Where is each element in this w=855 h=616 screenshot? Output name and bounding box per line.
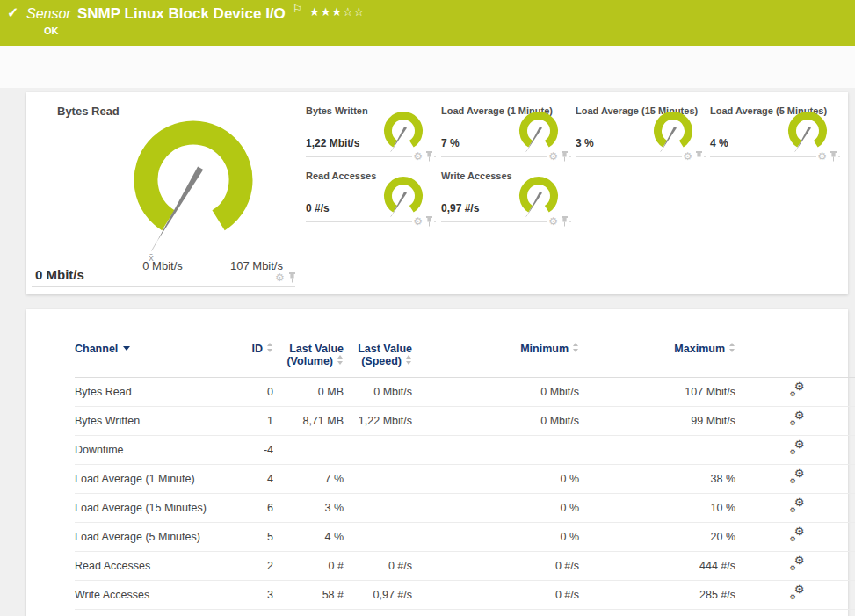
pin-icon[interactable]: [695, 151, 703, 162]
cell-min: 0 Mbit/s: [412, 377, 579, 406]
table-row-load-average-1min[interactable]: Load Average (1 Minute) 4 7 % 0 % 38 % ⚙…: [75, 464, 855, 493]
gear-icon[interactable]: ⚙: [683, 151, 692, 162]
gear-icon[interactable]: ⚙: [413, 216, 423, 227]
gauge-card-value: 1,22 Mbit/s: [306, 137, 359, 149]
gauge-card-tools: ⚙: [682, 151, 704, 162]
cell-volume: 7 %: [273, 464, 344, 493]
pin-icon[interactable]: [561, 216, 569, 227]
cell-id: -4: [233, 435, 273, 464]
gear-icon[interactable]: ⚙: [548, 151, 558, 162]
cell-channel: Bytes Read: [75, 377, 233, 406]
cell-volume: 0 #: [273, 551, 344, 580]
cell-max: 444 #/s: [579, 551, 735, 580]
cell-speed: [344, 493, 412, 522]
table-row-bytes-written[interactable]: Bytes Written 1 8,71 MB 1,22 Mbit/s 0 Mb…: [75, 406, 855, 435]
column-header-label: Channel: [75, 343, 118, 355]
status-badge: OK: [44, 25, 59, 36]
sort-icon: [267, 343, 273, 352]
edit-channel-gears-icon[interactable]: ⚙⚙: [790, 528, 805, 542]
column-header-id[interactable]: ID: [233, 337, 273, 377]
gear-icon[interactable]: ⚙: [817, 151, 827, 162]
table-row-load-average-5min[interactable]: Load Average (5 Minutes) 5 4 % 0 % 20 % …: [75, 522, 855, 551]
edit-channel-gears-icon[interactable]: ⚙⚙: [790, 412, 805, 426]
gauge-card-tools: ⚙: [412, 216, 434, 227]
cell-max: 20 %: [579, 522, 735, 551]
cell-channel: Downtime: [75, 435, 233, 464]
column-header-label: Maximum: [674, 343, 725, 355]
gauge-card-write-accesses[interactable]: Write Accesses 0,97 #/s ⚙: [441, 170, 571, 222]
column-header-minimum[interactable]: Minimum: [412, 337, 579, 377]
gear-icon[interactable]: ⚙: [548, 216, 558, 227]
edit-channel-gears-icon[interactable]: ⚙⚙: [790, 470, 805, 484]
gauge-card-value: 0 #/s: [306, 202, 330, 214]
gauges-panel: Bytes Read x̄ 0 Mbit/s 107 Mbit/s 0 Mbit…: [26, 92, 848, 294]
gear-icon[interactable]: ⚙: [413, 151, 423, 162]
column-header-label: Last Value: [289, 343, 344, 355]
cell-speed: 1,22 Mbit/s: [344, 406, 412, 435]
column-header-last-value-speed[interactable]: Last Value(Speed): [344, 337, 412, 377]
gauge-card-value: 3 %: [576, 137, 594, 149]
primary-gauge-scale-max: 107 Mbit/s: [230, 259, 283, 272]
gauge-card-load-average-1min[interactable]: Load Average (1 Minute) 7 % ⚙: [441, 105, 571, 157]
gauge-card-load-average-15min[interactable]: Load Average (15 Minutes) 3 % ⚙: [576, 105, 706, 157]
cell-id: 3: [233, 580, 273, 609]
cell-volume: [273, 435, 344, 464]
gauge-card-tools: ⚙: [412, 151, 434, 162]
gauge-card-value: 7 %: [441, 137, 460, 149]
cell-speed: [344, 435, 412, 464]
table-row-load-average-15min[interactable]: Load Average (15 Minutes) 6 3 % 0 % 10 %…: [75, 493, 855, 522]
cell-min: 0 %: [412, 464, 579, 493]
gauge-card-title: Write Accesses: [441, 170, 512, 181]
gauge-card-tools: ⚙: [547, 216, 569, 227]
pin-icon[interactable]: [425, 151, 433, 162]
cell-channel: Read Accesses: [75, 551, 233, 580]
pin-icon[interactable]: [561, 151, 569, 162]
gauge-card-load-average-5min[interactable]: Load Average (5 Minutes) 4 % ⚙: [710, 105, 840, 157]
small-gauge: [649, 111, 697, 152]
column-header-maximum[interactable]: Maximum: [579, 337, 735, 377]
status-ok-check-icon: ✓: [7, 4, 18, 21]
column-header-label: Last Value: [358, 343, 412, 355]
pin-icon[interactable]: [425, 216, 433, 227]
edit-channel-gears-icon[interactable]: ⚙⚙: [790, 441, 805, 455]
cell-channel: Load Average (15 Minutes): [75, 493, 233, 522]
sort-icon: [729, 343, 735, 352]
column-header-label: Minimum: [520, 343, 569, 355]
cell-min: 0 %: [412, 522, 579, 551]
gear-icon[interactable]: ⚙: [275, 272, 285, 283]
gauge-card-read-accesses[interactable]: Read Accesses 0 #/s ⚙: [306, 170, 436, 222]
cell-speed: [344, 464, 412, 493]
edit-channel-gears-icon[interactable]: ⚙⚙: [790, 499, 805, 513]
column-header-channel[interactable]: Channel: [75, 337, 233, 377]
priority-stars[interactable]: ★★★☆☆: [309, 5, 365, 18]
cell-min: 0 %: [412, 493, 579, 522]
column-header-last-value-volume[interactable]: Last Value(Volume): [273, 337, 344, 377]
flag-icon[interactable]: ⚐: [293, 3, 302, 15]
cell-min: [412, 435, 579, 464]
pin-icon[interactable]: [288, 272, 296, 283]
prtg-sensor-page: ✓ Sensor SNMP Linux Block Device I/O ⚐ ★…: [0, 0, 855, 616]
sensor-header: ✓ Sensor SNMP Linux Block Device I/O ⚐ ★…: [0, 0, 855, 46]
primary-gauge-tools: ⚙: [275, 272, 296, 283]
edit-channel-gears-icon[interactable]: ⚙⚙: [790, 557, 805, 571]
pin-icon[interactable]: [830, 151, 837, 162]
table-row-read-accesses[interactable]: Read Accesses 2 0 # 0 #/s 0 #/s 444 #/s …: [75, 551, 855, 580]
edit-channel-gears-icon[interactable]: ⚙⚙: [790, 383, 805, 397]
channels-panel: Channel ID Last Value(Volume) Last Value…: [26, 309, 848, 616]
column-header-label: ID: [252, 343, 264, 355]
gauge-card-bytes-written[interactable]: Bytes Written 1,22 Mbit/s ⚙: [306, 105, 436, 157]
small-gauge: [515, 111, 562, 152]
cell-id: 0: [233, 377, 273, 406]
edit-channel-gears-icon[interactable]: ⚙⚙: [790, 586, 805, 600]
cell-id: 4: [233, 464, 273, 493]
table-row-bytes-read[interactable]: Bytes Read 0 0 MB 0 Mbit/s 0 Mbit/s 107 …: [75, 377, 855, 406]
divider: [32, 286, 295, 287]
table-row-write-accesses[interactable]: Write Accesses 3 58 # 0,97 #/s 0 #/s 285…: [75, 580, 855, 609]
cell-channel: Bytes Written: [75, 406, 233, 435]
cell-id: 6: [233, 493, 273, 522]
sort-icon: [406, 355, 412, 365]
cell-id: 5: [233, 522, 273, 551]
cell-max: 99 Mbit/s: [579, 406, 735, 435]
table-row-downtime[interactable]: Downtime -4 ⚙⚙: [75, 435, 855, 464]
cell-min: 0 Mbit/s: [412, 406, 579, 435]
